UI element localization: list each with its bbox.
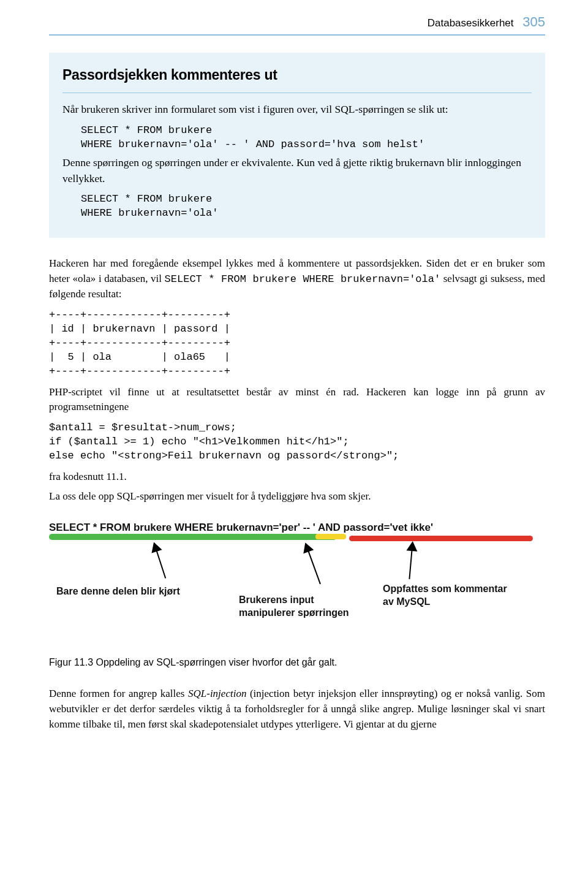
figure-callout-1: Bare denne delen blir kjørt: [56, 585, 180, 598]
header-rule: [49, 34, 545, 36]
box-rule: [62, 93, 532, 93]
php-code: $antall = $resultat->num_rows; if ($anta…: [49, 421, 545, 463]
figure-callout-2: Brukerens input manipulerer spørringen: [239, 594, 349, 620]
paragraph-3: fra kodesnutt 11.1.: [49, 469, 545, 485]
paragraph-1: Hackeren har med foregående eksempel lyk…: [49, 256, 545, 302]
figure-sql-text: SELECT * FROM brukere WHERE brukernavn='…: [49, 520, 545, 536]
paragraph-5: Denne formen for angrep kalles SQL-injec…: [49, 686, 545, 732]
page-number: 305: [522, 14, 545, 29]
box-title: Passordsjekken kommenteres ut: [49, 53, 545, 93]
paragraph-2: PHP-scriptet vil finne ut at resultatset…: [49, 385, 545, 415]
arrow-icon: [154, 543, 166, 579]
figure-callout-3: Oppfattes som kommentar av MySQL: [383, 583, 507, 609]
paragraph-4: La oss dele opp SQL-spørringen mer visue…: [49, 489, 545, 504]
para5-text-a: Denne formen for angrep kalles: [49, 688, 188, 699]
box-code-2: SELECT * FROM brukere WHERE brukernavn='…: [49, 189, 545, 224]
para5-emphasis: SQL-injection: [188, 688, 246, 699]
result-table: +----+------------+---------+ | id | bru…: [49, 308, 545, 379]
figure-11-3: SELECT * FROM brukere WHERE brukernavn='…: [49, 520, 545, 643]
arrow-icon: [305, 544, 321, 584]
callout-box: Passordsjekken kommenteres ut Når bruker…: [49, 53, 545, 238]
highlight-yellow: [315, 534, 346, 539]
highlight-red: [349, 536, 533, 541]
chapter-name: Databasesikkerhet: [428, 17, 514, 29]
box-intro: Når brukeren skriver inn formularet som …: [49, 102, 545, 117]
box-code-1: SELECT * FROM brukere WHERE brukernavn='…: [49, 120, 545, 156]
figure-caption: Figur 11.3 Oppdeling av SQL-spørringen v…: [49, 655, 545, 669]
highlight-green: [49, 534, 337, 540]
box-mid: Denne spørringen og spørringen under er …: [49, 155, 545, 186]
page-header: Databasesikkerhet 305: [49, 12, 545, 32]
para1-inline-code: SELECT * FROM brukere WHERE brukernavn='…: [165, 273, 441, 285]
arrow-icon: [409, 542, 413, 579]
